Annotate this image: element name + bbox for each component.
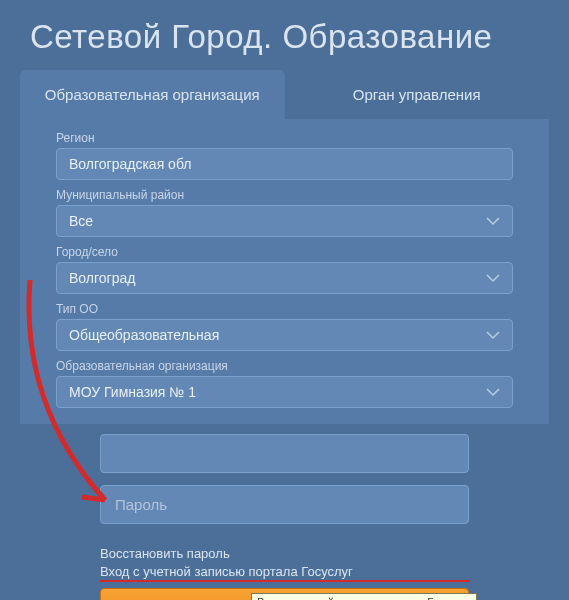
city-select[interactable]: Волгоград [56, 262, 513, 294]
field-city: Город/село Волгоград [56, 245, 513, 294]
tooltip: Вход с учетной записью портала Госуслуг [251, 593, 477, 600]
chevron-down-icon [486, 331, 500, 340]
tab-edu-org[interactable]: Образовательная организация [20, 70, 285, 119]
credentials-section: Восстановить пароль Вход с учетной запис… [0, 424, 569, 600]
chevron-down-icon [486, 217, 500, 226]
login-button[interactable]: Войти Вход с учетной записью портала Гос… [100, 588, 469, 600]
district-value: Все [69, 213, 93, 229]
username-input[interactable] [100, 434, 469, 473]
city-label: Город/село [56, 245, 513, 259]
district-select[interactable]: Все [56, 205, 513, 237]
type-value: Общеобразовательная [69, 327, 219, 343]
chevron-down-icon [486, 274, 500, 283]
gosuslugi-login-link[interactable]: Вход с учетной записью портала Госуслуг [100, 564, 469, 579]
region-label: Регион [56, 131, 513, 145]
org-label: Образовательная организация [56, 359, 513, 373]
annotation-underline [100, 580, 470, 582]
password-input[interactable] [100, 485, 469, 524]
region-value: Волгоградская обл [69, 156, 191, 172]
field-district: Муниципальный район Все [56, 188, 513, 237]
login-form: Регион Волгоградская обл Муниципальный р… [20, 119, 549, 424]
helper-links: Восстановить пароль Вход с учетной запис… [100, 546, 469, 579]
field-org: Образовательная организация МОУ Гимназия… [56, 359, 513, 408]
district-label: Муниципальный район [56, 188, 513, 202]
type-label: Тип ОО [56, 302, 513, 316]
region-select[interactable]: Волгоградская обл [56, 148, 513, 180]
tabs: Образовательная организация Орган управл… [20, 70, 549, 119]
recover-password-link[interactable]: Восстановить пароль [100, 546, 469, 561]
city-value: Волгоград [69, 270, 135, 286]
type-select[interactable]: Общеобразовательная [56, 319, 513, 351]
field-type: Тип ОО Общеобразовательная [56, 302, 513, 351]
field-region: Регион Волгоградская обл [56, 131, 513, 180]
chevron-down-icon [486, 388, 500, 397]
page-title: Сетевой Город. Образование [0, 0, 569, 70]
org-value: МОУ Гимназия № 1 [69, 384, 196, 400]
org-select[interactable]: МОУ Гимназия № 1 [56, 376, 513, 408]
tab-management[interactable]: Орган управления [285, 70, 550, 119]
